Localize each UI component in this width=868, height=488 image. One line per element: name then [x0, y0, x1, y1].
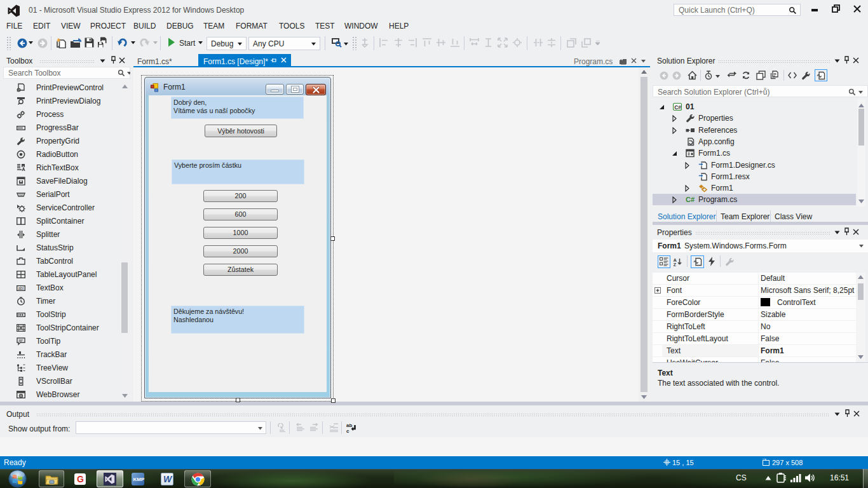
svg-text:abl: abl: [18, 286, 24, 290]
svg-text:C#: C#: [674, 104, 681, 111]
svg-text:ab: ab: [346, 423, 352, 428]
svg-text:Z: Z: [674, 262, 677, 266]
svg-text:c: c: [346, 428, 349, 433]
svg-text:C#: C#: [686, 196, 695, 203]
